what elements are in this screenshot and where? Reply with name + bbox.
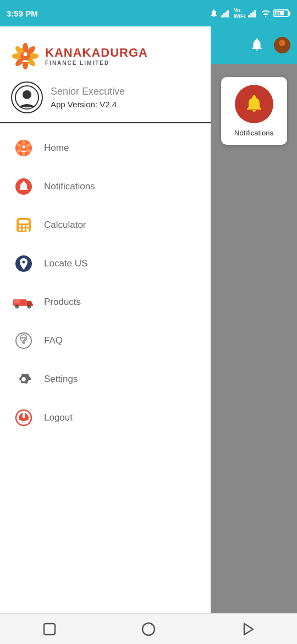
vo-wifi-label: VoWiFi [234,7,245,19]
right-panel[interactable]: Notifications [211,26,297,613]
svg-rect-32 [19,225,21,227]
status-bar: 3:59 PM VoWiFi 54 [0,0,297,26]
nav-drawer: KANAKADURGA FINANCE LIMITED Senior Execu… [0,26,211,613]
right-header-panel [211,26,297,64]
svg-rect-36 [23,228,25,231]
circle-nav-icon [141,621,156,637]
svg-point-43 [28,306,30,308]
svg-rect-2 [225,12,227,18]
avatar [11,81,43,113]
back-nav-button[interactable] [37,617,62,641]
sidebar-item-locate[interactable]: Locate US [0,244,211,283]
locate-label: Locate US [44,258,87,269]
brand-sub: FINANCE LIMITED [45,60,148,66]
svg-rect-52 [23,413,25,418]
logout-icon [13,407,34,428]
svg-rect-33 [23,225,25,227]
brand-flower-icon [11,42,40,70]
svg-rect-0 [221,15,223,18]
user-header-icon [273,36,292,54]
locate-icon [13,253,34,274]
brand-text: KANAKADURGA FINANCE LIMITED [45,46,148,66]
svg-rect-4 [248,15,250,18]
settings-label: Settings [44,374,78,385]
faq-label: FAQ [44,335,63,346]
menu-list: Home Notifications [0,123,211,613]
signal-icon [221,9,231,18]
sidebar-item-settings[interactable]: Settings [0,360,211,399]
sidebar-item-logout[interactable]: Logout [0,399,211,437]
sidebar-item-calculator[interactable]: Calculator [0,206,211,244]
avatar-icon [15,85,39,110]
svg-marker-57 [244,624,253,635]
home-nav-button[interactable] [136,617,161,641]
svg-rect-5 [250,13,252,18]
notification-card[interactable]: Notifications [221,77,287,145]
bottom-nav [0,613,297,644]
calculator-label: Calculator [44,220,86,231]
brand-name: KANAKADURGA [45,46,148,59]
app-container: KANAKADURGA FINANCE LIMITED Senior Execu… [0,26,297,613]
status-time: 3:59 PM [7,9,38,18]
svg-point-41 [16,306,18,308]
svg-rect-37 [26,228,29,232]
status-icons: VoWiFi 54 [210,7,290,19]
svg-rect-35 [19,228,21,231]
notification-status-icon [210,9,218,18]
signal2-icon [248,9,258,18]
triangle-nav-icon [240,621,255,637]
sidebar-item-home[interactable]: Home [0,129,211,167]
svg-rect-34 [26,225,29,227]
svg-point-28 [23,146,25,149]
products-icon [13,292,34,313]
user-role: Senior Executive [51,86,125,97]
sidebar-item-faq[interactable]: ? FAQ [0,321,211,360]
app-version: App Version: V2.4 [51,100,125,109]
svg-point-56 [142,623,155,635]
notifications-icon [13,176,34,197]
svg-rect-7 [254,10,256,18]
notifications-label: Notifications [44,181,95,192]
svg-rect-1 [223,13,225,18]
drawer-header: KANAKADURGA FINANCE LIMITED Senior Execu… [0,26,211,123]
settings-icon [13,369,34,390]
user-section: Senior Executive App Version: V2.4 [11,81,125,113]
sidebar-item-notifications[interactable]: Notifications [0,167,211,206]
sidebar-item-products[interactable]: Products [0,283,211,321]
faq-icon: ? [13,330,34,351]
svg-point-54 [279,40,285,46]
calculator-icon [13,215,34,236]
square-nav-icon [42,621,57,637]
bell-large-icon [242,92,266,116]
notification-card-label: Notifications [234,129,273,137]
brand-logo: KANAKADURGA FINANCE LIMITED [11,42,148,70]
svg-rect-6 [252,12,254,18]
notification-bell-circle [235,85,273,123]
svg-point-19 [23,90,31,99]
home-icon [13,138,34,159]
svg-point-17 [24,52,28,56]
recent-nav-button[interactable] [235,617,260,641]
user-info: Senior Executive App Version: V2.4 [51,86,125,109]
battery-icon: 54 [273,9,290,17]
svg-rect-3 [227,10,229,18]
products-label: Products [44,297,81,308]
wifi-icon [261,9,271,17]
logout-label: Logout [44,412,73,423]
svg-rect-44 [14,300,20,303]
home-label: Home [44,143,69,154]
bell-header-icon [249,37,265,53]
svg-rect-31 [19,220,29,223]
svg-rect-55 [44,624,55,635]
